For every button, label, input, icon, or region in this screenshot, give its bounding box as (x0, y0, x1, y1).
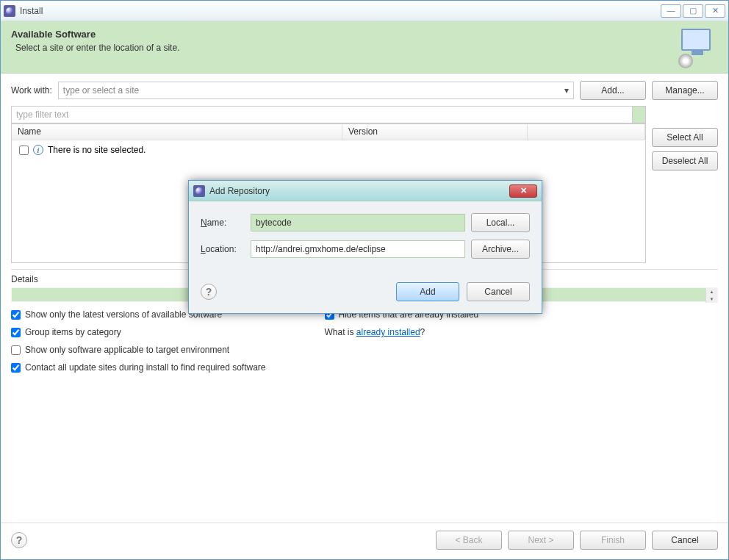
empty-message: There is no site selected. (48, 145, 146, 155)
modal-titlebar[interactable]: Add Repository ✕ (189, 181, 542, 201)
location-label: Location: (201, 244, 245, 254)
chk-contact-sites[interactable] (11, 363, 21, 373)
close-button[interactable]: ✕ (705, 4, 725, 18)
already-installed-link[interactable]: already installed (356, 327, 420, 337)
modal-add-button[interactable]: Add (396, 282, 459, 301)
modal-title: Add Repository (209, 186, 509, 196)
chk-group-category[interactable] (11, 328, 21, 337)
filter-cap (633, 106, 646, 123)
deselect-all-button[interactable]: Deselect All (652, 151, 718, 170)
workwith-combo[interactable]: type or select a site (58, 82, 574, 99)
install-icon (681, 29, 718, 65)
add-site-button[interactable]: Add... (580, 81, 646, 100)
workwith-placeholder: type or select a site (63, 85, 139, 96)
col-name[interactable]: Name (12, 124, 342, 140)
scrollbar-icon[interactable]: ▲▼ (705, 288, 717, 303)
row-checkbox[interactable] (19, 146, 29, 155)
header-subtitle: Select a site or enter the location of a… (15, 43, 681, 53)
location-input[interactable]: http://andrei.gmxhome.de/eclipse (251, 240, 465, 258)
archive-button[interactable]: Archive... (471, 240, 530, 259)
location-value: http://andrei.gmxhome.de/eclipse (256, 244, 386, 254)
eclipse-icon (193, 185, 205, 197)
next-button[interactable]: Next > (508, 531, 574, 550)
filter-input[interactable]: type filter text (11, 106, 633, 123)
eclipse-icon (4, 5, 15, 17)
titlebar[interactable]: Install — ▢ ✕ (1, 1, 728, 21)
workwith-label: Work with: (11, 85, 52, 96)
modal-cancel-button[interactable]: Cancel (467, 282, 530, 301)
chk-contact-label: Contact all update sites during install … (25, 362, 266, 373)
chk-target-label: Show only software applicable to target … (25, 345, 229, 355)
modal-help-icon[interactable]: ? (201, 284, 217, 300)
wizard-buttons: ? < Back Next > Finish Cancel (1, 523, 728, 557)
chk-group-label: Group items by category (25, 327, 121, 337)
local-button[interactable]: Local... (471, 213, 530, 232)
chk-target-env[interactable] (11, 345, 21, 355)
modal-close-button[interactable]: ✕ (509, 184, 537, 198)
header-title: Available Software (11, 29, 681, 40)
col-version[interactable]: Version (342, 124, 528, 140)
help-icon[interactable]: ? (11, 532, 27, 548)
wizard-header: Available Software Select a site or ente… (1, 21, 728, 73)
chk-latest-versions[interactable] (11, 310, 21, 320)
finish-button[interactable]: Finish (580, 531, 646, 550)
back-button[interactable]: < Back (436, 531, 502, 550)
window-title: Install (20, 6, 661, 16)
filter-placeholder: type filter text (16, 110, 68, 120)
minimize-button[interactable]: — (661, 4, 681, 18)
name-value: bytecode (256, 218, 292, 228)
add-repository-dialog: Add Repository ✕ Name: bytecode Local...… (188, 180, 542, 314)
maximize-button[interactable]: ▢ (683, 4, 703, 18)
select-all-button[interactable]: Select All (652, 128, 718, 147)
name-label: Name: (201, 218, 245, 228)
manage-sites-button[interactable]: Manage... (652, 81, 718, 100)
name-input[interactable]: bytecode (251, 214, 465, 231)
info-icon: i (33, 145, 43, 155)
what-is-text: What is already installed? (325, 327, 425, 337)
col-end (528, 124, 645, 140)
cancel-button[interactable]: Cancel (652, 531, 718, 550)
table-row: i There is no site selected. (18, 143, 639, 157)
